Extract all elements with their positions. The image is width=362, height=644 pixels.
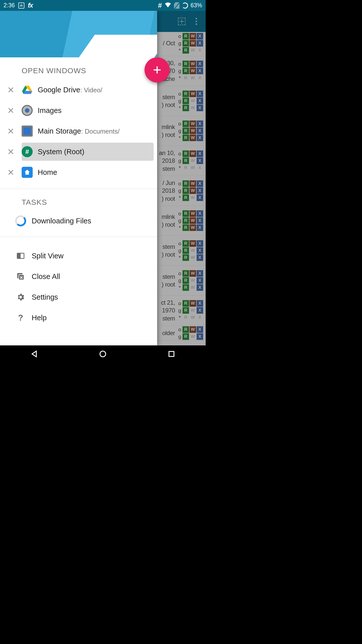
window-name: Google Drive <box>38 86 80 94</box>
task-item[interactable]: Downloading Files <box>0 211 157 231</box>
no-sim-icon <box>174 2 179 9</box>
stats-icon: ılı <box>18 3 24 9</box>
settings-label: Settings <box>32 293 58 301</box>
open-windows-title: OPEN WINDOWS <box>0 57 157 79</box>
drawer-header: fX <box>0 11 157 57</box>
split-view-icon <box>15 250 26 261</box>
split-view-label: Split View <box>32 252 64 260</box>
window-name: Main Storage <box>38 127 81 135</box>
close-window-button[interactable] <box>0 169 22 176</box>
progress-spinner-icon <box>15 215 26 226</box>
close-all-label: Close All <box>32 272 60 281</box>
window-item[interactable]: Home <box>22 163 154 181</box>
window-item[interactable]: #System (Root) <box>22 143 154 161</box>
task-label: Downloading Files <box>32 217 91 225</box>
gdrive-icon <box>22 84 33 95</box>
window-item[interactable]: Google Drive: Video/ <box>22 81 154 99</box>
svg-text:?: ? <box>18 313 23 322</box>
close-window-button[interactable] <box>0 86 22 94</box>
images-icon <box>22 105 33 116</box>
close-all-icon <box>15 271 26 282</box>
system-nav-bar <box>0 345 206 362</box>
nav-back-button[interactable] <box>19 348 49 360</box>
add-fab[interactable] <box>145 57 170 83</box>
close-window-button[interactable] <box>0 107 22 114</box>
close-window-button[interactable] <box>0 148 22 155</box>
close-all-action[interactable]: Close All <box>0 266 157 287</box>
svg-rect-21 <box>169 351 174 356</box>
window-path: : Video/ <box>80 86 102 94</box>
root-hash-icon: # <box>158 2 162 10</box>
svg-rect-14 <box>21 254 24 258</box>
window-name: Home <box>38 168 57 176</box>
help-label: Help <box>32 314 47 322</box>
window-item[interactable]: Main Storage: Documents/ <box>22 122 154 140</box>
window-name: Images <box>38 106 62 114</box>
split-view-action[interactable]: Split View <box>0 246 157 266</box>
svg-point-20 <box>100 351 106 357</box>
nav-drawer: fX OPEN WINDOWS Google Drive: Video/Imag… <box>0 11 157 345</box>
nav-recent-button[interactable] <box>156 348 187 360</box>
close-window-button[interactable] <box>0 127 22 135</box>
gear-icon <box>15 292 26 303</box>
help-icon: ? <box>15 312 26 323</box>
fx-app-icon: fx <box>28 2 33 9</box>
tasks-title: TASKS <box>0 189 157 211</box>
window-path: : Documents/ <box>81 128 120 135</box>
status-battery: 63% <box>191 2 202 9</box>
fx-logo: fX <box>135 37 151 57</box>
storage-icon <box>22 126 33 137</box>
window-name: System (Root) <box>38 148 84 156</box>
nav-home-button[interactable] <box>88 348 118 360</box>
home-icon <box>22 167 33 178</box>
status-bar: 2:36 ılı fx # 63% <box>0 0 206 11</box>
loading-spin-icon <box>182 3 188 9</box>
root-icon: # <box>22 146 33 157</box>
help-action[interactable]: ? Help <box>0 307 157 328</box>
settings-action[interactable]: Settings <box>0 287 157 307</box>
wifi-icon <box>164 1 171 10</box>
status-time: 2:36 <box>4 2 15 9</box>
window-item[interactable]: Images <box>22 101 154 119</box>
